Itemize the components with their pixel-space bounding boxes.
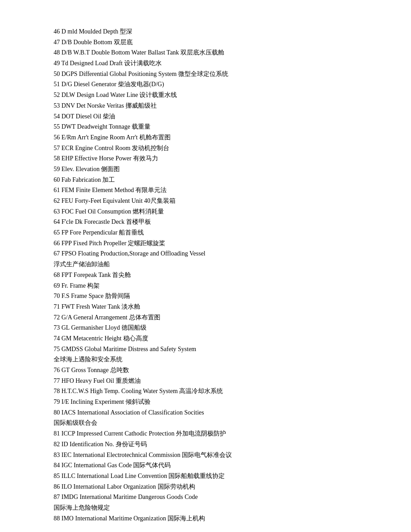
list-item: 55 DWT Deadweight Tonnage 载重量 (54, 122, 375, 132)
list-item: 64 F'cle Dk Forecastle Deck 首楼甲板 (54, 217, 375, 227)
list-item-zh: 国际海上危险物规定 (54, 503, 375, 513)
list-item: 83 IEC International Electrotechnical Co… (54, 450, 375, 460)
list-item-zh: 国际船级联合会 (54, 418, 375, 428)
list-item: 46 D mld Moulded Depth 型深 (54, 27, 375, 37)
list-item: 47 D/B Double Bottom 双层底 (54, 38, 375, 47)
list-item: 51 D/G Diesel Generator 柴油发电器(D/G) (54, 80, 375, 89)
list-item: 86 ILO International Labor Organization … (54, 482, 375, 492)
list-item: 74 GM Metacentric Height 稳心高度 (54, 334, 375, 343)
list-item-zh: 全球海上遇险和安全系统 (54, 355, 375, 364)
list-item: 80 IACS International Association of Cla… (54, 408, 375, 418)
list-item: 70 F.S Frame Space 肋骨间隔 (54, 291, 375, 301)
list-item: 49 Td Designed Load Draft 设计满载吃水 (54, 59, 375, 68)
list-item: 58 EHP Effective Horse Power 有效马力 (54, 154, 375, 163)
list-item: 72 G/A General Arrangement 总体布置图 (54, 313, 375, 323)
list-item: 84 IGC International Gas Code 国际气体代码 (54, 461, 375, 470)
list-item: 69 Fr. Frame 构架 (54, 281, 375, 291)
list-item-zh: 浮式生产储油卸油船 (54, 260, 375, 269)
list-item: 48 D/B W.B.T Double Bottom Water Ballast… (54, 48, 375, 58)
list-item: 54 DOT Diesel Oil 柴油 (54, 112, 375, 121)
list-item: 56 E/Rm Arr't Engine Room Arr't 机舱布置图 (54, 133, 375, 142)
list-item: 75 GMDSS Global Maritime Distress and Sa… (54, 344, 375, 354)
list-item: 61 FEM Finite Element Method 有限单元法 (54, 185, 375, 195)
list-item: 59 Elev. Elevation 侧面图 (54, 164, 375, 174)
list-item: 67 FPSO Floating Production,Storage and … (54, 249, 375, 259)
list-item: 62 FEU Forty-Feet Equivalent Unit 40尺集装箱 (54, 196, 375, 206)
list-item: 79 I/E Inclining Experiment 倾斜试验 (54, 397, 375, 407)
list-item: 52 DLW Design Load Water Line 设计载重水线 (54, 90, 375, 100)
list-item: 82 ID Identification No. 身份证号码 (54, 440, 375, 449)
list-item: 81 ICCP Impressed Current Cathodic Prote… (54, 429, 375, 439)
list-item: 60 Fab Fabrication 加工 (54, 175, 375, 185)
list-item: 53 DNV Det Norske Veritas 挪威船级社 (54, 101, 375, 111)
list-item: 50 DGPS Differential Global Positioning … (54, 69, 375, 79)
list-item: 88 IMO International Maritime Organizati… (54, 514, 375, 524)
list-item: 77 HFO Heavy Fuel Oil 重质燃油 (54, 376, 375, 386)
list-item: 78 H.T.C.W.S High Temp. Cooling Water Sy… (54, 386, 375, 396)
list-item: 65 FP Fore Perpendicular 船首垂线 (54, 228, 375, 238)
list-item: 73 GL Germanisher Lloyd 德国船级 (54, 323, 375, 333)
list-item: 87 IMDG International Maritime Dangerous… (54, 492, 375, 502)
list-item: 71 FWT Fresh Water Tank 淡水舱 (54, 302, 375, 312)
list-item: 76 GT Gross Tonnage 总吨数 (54, 365, 375, 375)
list-item: 85 ILLC International Load Line Conventi… (54, 471, 375, 481)
list-item: 63 FOC Fuel Oil Consumption 燃料消耗量 (54, 207, 375, 217)
list-item: 57 ECR Engine Control Room 发动机控制台 (54, 143, 375, 153)
list-item: 66 FPP Fixed Pitch Propeller 定螺距螺旋桨 (54, 239, 375, 248)
list-item: 68 FPT Forepeak Tank 首尖舱 (54, 270, 375, 280)
